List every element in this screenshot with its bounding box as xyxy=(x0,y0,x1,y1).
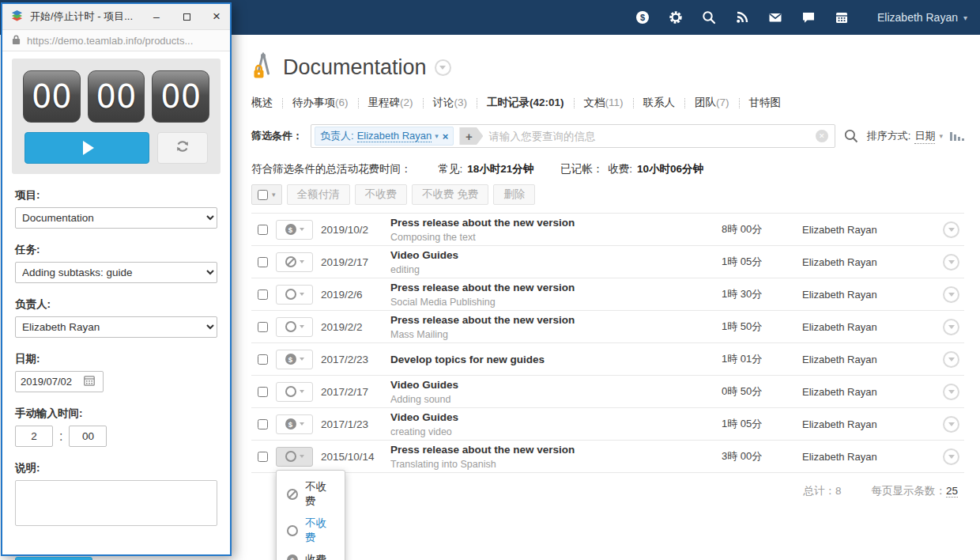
row-task-title[interactable]: Press release about the new version xyxy=(390,314,575,326)
status-menu-item[interactable]: 不收费 xyxy=(277,513,345,549)
date-input[interactable] xyxy=(21,376,79,388)
sort-value[interactable]: 日期 xyxy=(914,129,935,144)
row-actions-icon[interactable] xyxy=(943,416,959,433)
row-actions-icon[interactable] xyxy=(943,384,959,400)
maximize-icon[interactable] xyxy=(175,6,198,27)
row-task-title[interactable]: Press release about the new version xyxy=(390,444,575,456)
row-checkbox[interactable] xyxy=(258,452,268,462)
chevron-down-icon[interactable]: ▾ xyxy=(435,132,439,140)
row-checkbox[interactable] xyxy=(258,419,268,429)
row-task-title[interactable]: Video Guides xyxy=(390,411,458,423)
add-time-button[interactable]: 添加时间 xyxy=(15,557,92,560)
row-checkbox[interactable] xyxy=(258,387,268,397)
tab-联系人[interactable]: 联系人 xyxy=(634,94,685,112)
date-field[interactable] xyxy=(15,371,104,392)
row-person[interactable]: Elizabeth Rayan xyxy=(802,256,935,268)
billing-status-button[interactable] xyxy=(276,220,313,240)
toolbar-button[interactable]: 不收费 免费 xyxy=(412,184,488,205)
row-person[interactable]: Elizabeth Rayan xyxy=(802,354,935,365)
row-task-title[interactable]: Develop topics for new guides xyxy=(390,354,545,365)
row-checkbox[interactable] xyxy=(258,322,268,332)
toolbar-button[interactable]: 不收费 xyxy=(355,184,408,205)
filter-chip-responsible[interactable]: 负责人: Elizabeth Rayan ▾ × xyxy=(315,127,454,146)
row-actions-icon[interactable] xyxy=(943,319,959,335)
row-person[interactable]: Elizabeth Rayan xyxy=(802,418,935,430)
payments-icon[interactable]: $ xyxy=(635,10,650,25)
project-select[interactable]: Documentation xyxy=(15,207,217,229)
status-menu-item[interactable]: 收费 xyxy=(277,549,345,560)
settings-gear-icon[interactable] xyxy=(669,10,683,25)
billing-status-button[interactable] xyxy=(276,447,313,467)
tab-团队[interactable]: 团队(7) xyxy=(685,94,739,112)
row-checkbox[interactable] xyxy=(258,289,268,300)
feed-icon[interactable] xyxy=(735,10,749,25)
minimize-icon[interactable]: – xyxy=(145,6,168,27)
toolbar-button[interactable]: 删除 xyxy=(493,184,535,205)
reset-timer-button[interactable] xyxy=(157,132,208,164)
note-textarea[interactable] xyxy=(15,480,217,526)
close-icon[interactable]: × xyxy=(205,6,228,27)
billing-status-button[interactable] xyxy=(276,414,313,434)
tab-count: (2) xyxy=(400,96,413,108)
start-timer-button[interactable] xyxy=(24,132,149,164)
chip-value[interactable]: Elizabeth Rayan xyxy=(357,130,432,142)
tab-概述[interactable]: 概述 xyxy=(251,94,282,112)
row-task-title[interactable]: Press release about the new version xyxy=(390,282,575,293)
minutes-input[interactable] xyxy=(69,426,107,447)
tab-里程碑[interactable]: 里程碑(2) xyxy=(359,94,423,112)
toolbar-button[interactable]: 全额付清 xyxy=(287,184,350,205)
row-person[interactable]: Elizabeth Rayan xyxy=(802,289,935,301)
row-person[interactable]: Elizabeth Rayan xyxy=(802,451,935,463)
add-filter-button[interactable]: + xyxy=(459,127,483,145)
address-bar[interactable]: https://demo.teamlab.info/products... xyxy=(2,30,230,51)
responsible-select[interactable]: Elizabeth Rayan xyxy=(15,316,217,338)
row-task-title[interactable]: Press release about the new version xyxy=(390,217,575,229)
row-person[interactable]: Elizabeth Rayan xyxy=(802,224,935,236)
billing-status-button[interactable] xyxy=(276,317,313,337)
row-actions-icon[interactable] xyxy=(943,254,959,271)
chat-icon[interactable] xyxy=(801,10,816,25)
tab-待办事项[interactable]: 待办事项(6) xyxy=(283,94,358,112)
filter-search-input[interactable] xyxy=(488,131,809,142)
row-actions-icon[interactable] xyxy=(943,221,959,238)
row-person[interactable]: Elizabeth Rayan xyxy=(802,386,935,398)
billing-status-button[interactable] xyxy=(276,350,313,369)
row-checkbox[interactable] xyxy=(258,354,268,365)
row-checkbox[interactable] xyxy=(258,225,268,235)
window-titlebar[interactable]: 开始/停止计时 - 项目... – × xyxy=(2,4,230,30)
tab-讨论[interactable]: 讨论(3) xyxy=(424,94,477,112)
per-page-value[interactable]: 25 xyxy=(946,485,958,498)
user-menu[interactable]: Elizabeth Rayan ▾ xyxy=(877,11,967,24)
tab-工时记录[interactable]: 工时记录(42:01) xyxy=(477,94,574,112)
chip-remove-icon[interactable]: × xyxy=(443,131,449,142)
calendar-icon[interactable] xyxy=(835,10,849,25)
row-actions-icon[interactable] xyxy=(943,286,959,303)
clear-circle-icon[interactable]: ✕ xyxy=(816,130,828,142)
search-icon[interactable] xyxy=(702,10,716,25)
select-all-checkbox[interactable] xyxy=(258,190,268,200)
tab-文档[interactable]: 文档(11) xyxy=(575,94,633,112)
select-all-combo[interactable]: ▾ xyxy=(251,184,282,205)
row-actions-icon[interactable] xyxy=(943,448,959,465)
task-select[interactable]: Adding subtasks: guide xyxy=(15,262,217,283)
status-menu-item[interactable]: 不收费 xyxy=(277,476,345,513)
billing-status-button[interactable] xyxy=(276,252,313,272)
row-date: 2017/1/23 xyxy=(321,418,383,430)
row-task-title[interactable]: Video Guides xyxy=(390,379,458,391)
row-person[interactable]: Elizabeth Rayan xyxy=(802,321,935,333)
tab-甘特图[interactable]: 甘特图 xyxy=(740,94,791,112)
chevron-down-icon[interactable]: ▾ xyxy=(939,132,943,140)
hours-input[interactable] xyxy=(15,426,53,447)
project-actions-icon[interactable] xyxy=(435,59,451,76)
mail-icon[interactable] xyxy=(768,10,782,25)
row-actions-icon[interactable] xyxy=(943,351,959,368)
billing-status-button[interactable] xyxy=(276,285,313,305)
sort-bars-icon[interactable] xyxy=(950,132,964,141)
billing-status-button[interactable] xyxy=(276,382,313,402)
filter-box[interactable]: 负责人: Elizabeth Rayan ▾ × + ✕ xyxy=(311,124,835,148)
search-icon[interactable] xyxy=(843,128,859,144)
row-checkbox[interactable] xyxy=(258,257,268,267)
tab-count: (7) xyxy=(716,96,729,108)
calendar-icon[interactable] xyxy=(84,375,95,389)
row-task-title[interactable]: Video Guides xyxy=(390,249,458,261)
